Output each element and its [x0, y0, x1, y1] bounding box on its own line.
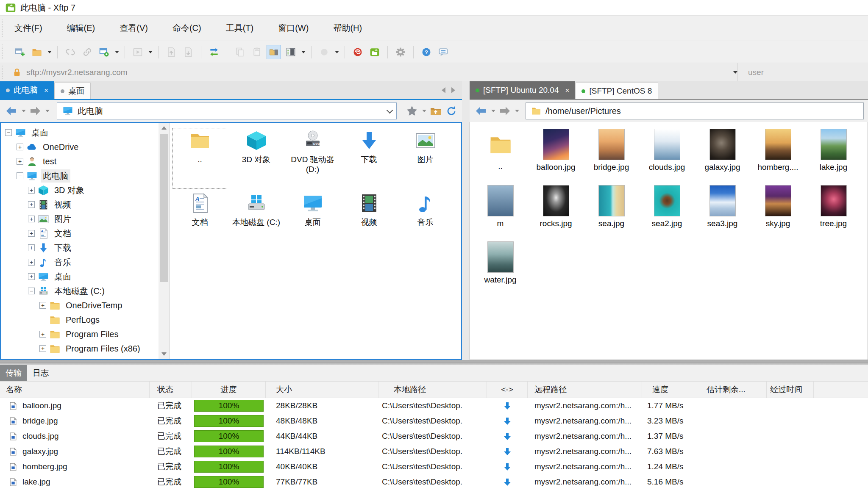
- column-header-5[interactable]: 本地路径: [378, 382, 487, 398]
- combobox-chevron-icon[interactable]: [387, 107, 393, 114]
- remote-path-field[interactable]: /home/user/Pictures: [526, 102, 864, 119]
- copy-button[interactable]: [233, 45, 247, 59]
- transfer-status-button[interactable]: [317, 45, 331, 59]
- expand-icon[interactable]: +: [28, 216, 35, 222]
- column-header-3[interactable]: 进度: [192, 382, 266, 398]
- swap-transfer-button[interactable]: [207, 45, 221, 59]
- transfer-pane-tab-1[interactable]: 传输: [0, 365, 27, 381]
- local-session-tab-1[interactable]: 此电脑×: [0, 81, 54, 99]
- local-session-tab-2[interactable]: 桌面: [54, 83, 91, 99]
- feedback-button[interactable]: [436, 45, 451, 59]
- remote-forward-button[interactable]: [498, 105, 511, 117]
- scroll-up-icon[interactable]: [159, 123, 170, 133]
- tree-item-12[interactable]: −本地磁盘 (C:): [1, 284, 159, 298]
- tree-item-7[interactable]: +图片: [1, 212, 159, 226]
- paste-button[interactable]: [250, 45, 264, 59]
- collapse-icon[interactable]: −: [28, 288, 35, 294]
- tree-item-16[interactable]: +Program Files (x86): [1, 341, 159, 356]
- tree-item-8[interactable]: +A文档: [1, 226, 159, 241]
- remote-file-item[interactable]: galaxy.jpg: [695, 127, 750, 183]
- remote-back-button[interactable]: [475, 105, 487, 117]
- tree-item-13[interactable]: +OneDriveTemp: [1, 298, 159, 313]
- remote-session-tab-1[interactable]: [SFTP] Ubuntu 20.04×: [470, 81, 575, 99]
- folder-view-button[interactable]: [267, 45, 281, 59]
- local-file-item[interactable]: 桌面: [284, 190, 341, 252]
- tree-item-1[interactable]: −桌面: [1, 125, 159, 140]
- column-header-4[interactable]: 大小: [266, 382, 378, 398]
- local-file-item[interactable]: A文档: [172, 190, 228, 252]
- remote-file-item[interactable]: bridge.jpg: [584, 127, 639, 183]
- collapse-icon[interactable]: −: [17, 172, 23, 179]
- remote-file-item[interactable]: tree.jpg: [806, 183, 861, 240]
- forward-button[interactable]: [29, 105, 42, 117]
- transfer-row[interactable]: clouds.jpg已完成100%44KB/44KBC:\Users\test\…: [0, 429, 868, 444]
- home-button[interactable]: [429, 105, 442, 117]
- favorites-dropdown-icon[interactable]: [422, 110, 426, 112]
- transfer-row[interactable]: bridge.jpg已完成100%48KB/48KBC:\Users\test\…: [0, 413, 868, 429]
- column-header-7[interactable]: 远程路径: [528, 382, 642, 398]
- expand-icon[interactable]: +: [28, 201, 35, 208]
- tab-scroll-right-icon[interactable]: [451, 87, 455, 93]
- remote-file-item[interactable]: sea.jpg: [584, 183, 639, 240]
- expand-icon[interactable]: +: [28, 259, 35, 266]
- url-dropdown-icon[interactable]: [733, 71, 737, 74]
- menu-item-6[interactable]: 窗口(W): [278, 22, 309, 34]
- transfer-row[interactable]: homberg.jpg已完成100%40KB/40KBC:\Users\test…: [0, 459, 868, 474]
- tab-scroll-left-icon[interactable]: [442, 87, 445, 93]
- tree-item-2[interactable]: +OneDrive: [1, 140, 159, 154]
- remote-file-item[interactable]: sea3.jpg: [695, 183, 750, 240]
- tree-item-9[interactable]: +下载: [1, 241, 159, 255]
- scrollbar-thumb[interactable]: [160, 134, 168, 282]
- remote-file-item[interactable]: lake.jpg: [806, 127, 861, 183]
- open-session-folder-button[interactable]: [30, 45, 44, 59]
- local-address-combobox[interactable]: 此电脑: [57, 102, 397, 119]
- back-history-icon[interactable]: [22, 110, 26, 112]
- transfer-pane-tab-2[interactable]: 日志: [27, 365, 54, 381]
- upload-button[interactable]: [164, 45, 178, 59]
- expand-icon[interactable]: +: [28, 244, 35, 251]
- tree-item-14[interactable]: PerfLogs: [1, 313, 159, 327]
- options-button[interactable]: [393, 45, 408, 59]
- forward-history-icon[interactable]: [45, 110, 50, 112]
- tree-item-3[interactable]: +test: [1, 154, 159, 169]
- remote-file-item[interactable]: ..: [473, 127, 528, 183]
- expand-icon[interactable]: +: [39, 345, 46, 352]
- menu-item-5[interactable]: 工具(T): [226, 22, 254, 34]
- tree-item-6[interactable]: +视频: [1, 197, 159, 212]
- remote-file-item[interactable]: rocks.jpg: [528, 183, 584, 240]
- transfer-status-dropdown-icon[interactable]: [335, 51, 339, 53]
- back-button[interactable]: [5, 105, 18, 117]
- horizontal-splitter[interactable]: [0, 360, 868, 365]
- layout-view-dropdown-icon[interactable]: [301, 51, 306, 53]
- tree-scrollbar[interactable]: [159, 123, 170, 359]
- menu-item-4[interactable]: 命令(C): [172, 22, 201, 34]
- favorites-button[interactable]: [406, 105, 418, 117]
- transfer-row[interactable]: lake.jpg已完成100%77KB/77KBC:\Users\test\De…: [0, 474, 868, 490]
- remote-file-item[interactable]: clouds.jpg: [639, 127, 695, 183]
- panel-splitter[interactable]: [462, 81, 470, 360]
- local-file-item[interactable]: ..: [172, 127, 228, 190]
- local-file-item[interactable]: 视频: [341, 190, 397, 252]
- remote-file-item[interactable]: balloon.jpg: [528, 127, 584, 183]
- refresh-button[interactable]: [445, 105, 458, 117]
- expand-icon[interactable]: +: [17, 144, 23, 150]
- column-header-9[interactable]: 估计剩余...: [703, 382, 767, 398]
- local-file-item[interactable]: 本地磁盘 (C:): [228, 190, 284, 252]
- remote-session-tab-2[interactable]: [SFTP] CentOS 8: [575, 83, 658, 99]
- xftp-button[interactable]: [367, 45, 382, 59]
- remote-file-item[interactable]: sea2.jpg: [639, 183, 695, 240]
- local-file-item[interactable]: 图片: [397, 127, 453, 190]
- disconnect-button[interactable]: [63, 45, 78, 59]
- scroll-down-icon[interactable]: [159, 349, 170, 359]
- menu-item-3[interactable]: 查看(V): [120, 22, 148, 34]
- remote-file-item[interactable]: sky.jpg: [750, 183, 806, 240]
- transfer-row[interactable]: galaxy.jpg已完成100%114KB/114KBC:\Users\tes…: [0, 444, 868, 459]
- tree-item-11[interactable]: +桌面: [1, 269, 159, 284]
- remote-forward-history-icon[interactable]: [515, 110, 519, 112]
- collapse-icon[interactable]: −: [5, 129, 12, 136]
- menu-item-1[interactable]: 文件(F): [14, 22, 42, 34]
- close-tab-icon[interactable]: ×: [44, 87, 48, 94]
- username-field[interactable]: user: [737, 63, 868, 81]
- expand-icon[interactable]: +: [39, 331, 46, 338]
- execute-button[interactable]: [131, 45, 145, 59]
